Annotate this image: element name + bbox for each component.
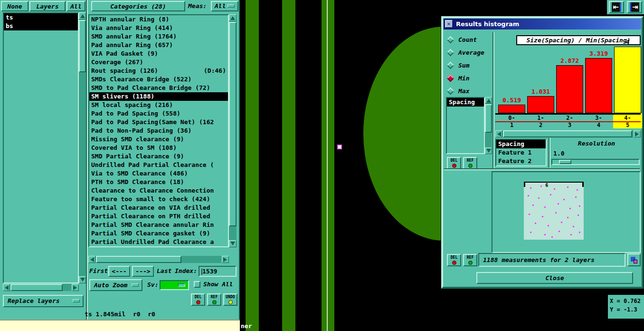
scroll-left-button[interactable] — [495, 130, 502, 137]
category-item[interactable]: SMD Partial Clearance (9) — [89, 152, 228, 161]
feature-item[interactable]: Feature 2 — [496, 157, 546, 166]
layer-item[interactable]: ts — [4, 13, 78, 22]
layers-horizontal-scrollbar[interactable] — [3, 284, 79, 291]
section-divider — [549, 138, 550, 167]
category-item[interactable]: Feature too small to check (424) — [89, 195, 228, 204]
scrollbar-thumb[interactable] — [79, 20, 86, 72]
category-item[interactable]: PTH to SMD Clearance (18) — [89, 178, 228, 186]
feature-item[interactable]: Spacing — [496, 140, 546, 148]
scroll-down-button[interactable] — [229, 240, 237, 247]
delete-button-label: DEL — [192, 295, 204, 299]
layers-vertical-scrollbar[interactable] — [79, 12, 86, 283]
layer-item[interactable]: bs — [4, 22, 78, 30]
category-item[interactable]: Partial Clearance on PTH drilled — [89, 212, 228, 221]
category-item[interactable]: Covered VIA to SM (108) — [89, 144, 228, 152]
overlay-options-button[interactable] — [627, 253, 641, 266]
category-item[interactable]: SMD to Pad Clearance Bridge (72) — [89, 84, 228, 92]
category-item[interactable]: Partial Clearance on VIA drilled — [89, 204, 228, 212]
histogram-bar — [527, 96, 554, 113]
measurement-dot — [577, 189, 578, 191]
prev-button[interactable]: <--- — [108, 266, 130, 277]
delete-button[interactable]: DEL — [191, 293, 205, 306]
results-histogram-window: ✕ Results histogram CountAverageSumMinMa… — [441, 16, 644, 289]
copper-track — [282, 0, 295, 331]
category-item[interactable]: Partial SMD Clearance gasket (9) — [89, 229, 228, 238]
section-divider — [444, 168, 640, 170]
feature-list[interactable]: SpacingFeature 1Feature 2 — [495, 139, 547, 166]
command-line[interactable]: ERF--> sliver = 4 6 8 — [0, 320, 240, 331]
index-value: 1539 — [202, 268, 217, 275]
scrollbar-thumb[interactable] — [503, 130, 632, 137]
scroll-up-button[interactable] — [79, 12, 86, 19]
dock-right-button[interactable]: ⇥ — [627, 1, 642, 13]
option-menu-dash-icon — [73, 299, 80, 302]
scrollbar-thumb[interactable] — [96, 256, 181, 263]
arrow-left-icon — [495, 132, 501, 136]
category-item[interactable]: Missing SMD clearance (9) — [89, 135, 228, 144]
categories-header-button[interactable]: Categories (28) — [91, 1, 185, 11]
category-item[interactable]: Pad to Pad Spacing(Same Net) (162 — [89, 118, 228, 127]
category-item[interactable]: Via annular Ring (414) — [89, 24, 228, 32]
measurement-dot — [535, 223, 536, 224]
reference-button[interactable]: REF — [207, 293, 221, 306]
chart-horizontal-scrollbar[interactable] — [495, 130, 641, 137]
scrollbar-thumb[interactable] — [10, 284, 63, 291]
category-item[interactable]: Partial Undrilled Pad Clearance a — [89, 238, 228, 246]
category-item[interactable]: Partial SMD Clearance annular Rin — [89, 221, 228, 229]
reference-button[interactable]: REF — [463, 254, 477, 266]
resolution-slider[interactable] — [551, 159, 640, 165]
replace-layers-select[interactable]: Replace layers — [3, 295, 84, 307]
category-item[interactable]: SM local spacing (216) — [89, 101, 228, 109]
scroll-right-button[interactable] — [222, 256, 229, 263]
category-item[interactable]: SM slivers (1188) — [89, 92, 228, 101]
category-item[interactable]: Rout spacing (126)(D:46) — [89, 67, 228, 75]
tab-all[interactable]: All — [66, 1, 85, 11]
category-item[interactable]: Pad to Pad Spacing (558) — [89, 109, 228, 118]
categories-horizontal-scrollbar[interactable] — [88, 256, 229, 263]
meas-select[interactable]: All — [211, 1, 238, 11]
scroll-left-button[interactable] — [3, 284, 10, 291]
index-input[interactable]: 1539 — [199, 266, 237, 277]
category-item[interactable]: Coverage (267) — [89, 58, 228, 67]
categories-list[interactable]: NPTH annular Ring (8)Via annular Ring (4… — [88, 14, 229, 247]
category-item[interactable]: Undrilled Pad Partial Clearance ( — [89, 161, 228, 169]
next-button[interactable]: ---> — [132, 266, 154, 277]
category-item[interactable]: VIA Pad Gasket (9) — [89, 49, 228, 58]
category-item[interactable]: Via to SMD Clearance (486) — [89, 169, 228, 178]
measurement-dot — [558, 203, 559, 204]
category-item[interactable]: NPTH annular Ring (8) — [89, 15, 228, 24]
first-label: First — [89, 267, 108, 274]
scroll-right-button[interactable] — [634, 130, 641, 137]
sv-color-select[interactable] — [160, 280, 189, 290]
scroll-right-button[interactable] — [72, 284, 79, 291]
measurement-dot — [544, 206, 546, 208]
category-item[interactable]: Pad annular Ring (657) — [89, 41, 228, 49]
category-item[interactable]: Pad to Non-Pad Spacing (36) — [89, 127, 228, 135]
sv-label: Sv: — [147, 281, 158, 288]
dock-left-icon: ⇤ — [612, 2, 621, 12]
categories-vertical-scrollbar[interactable] — [229, 14, 237, 247]
slider-thumb[interactable] — [559, 160, 571, 164]
scrollbar-thumb[interactable] — [229, 22, 237, 226]
scroll-up-button[interactable] — [229, 14, 237, 21]
category-item[interactable]: SMD annular Ring (1764) — [89, 32, 228, 41]
auto-zoom-select[interactable]: Auto Zoom — [89, 279, 142, 291]
category-item[interactable]: Clearance to Clearance Connection — [89, 186, 228, 195]
undo-button[interactable]: UNDO — [223, 293, 237, 306]
layers-list[interactable]: tsbs — [3, 12, 79, 283]
close-button[interactable]: Close — [476, 272, 633, 284]
scroll-left-button[interactable] — [88, 256, 95, 263]
feature-item[interactable]: Feature 1 — [496, 148, 546, 157]
tab-layers[interactable]: Layers — [29, 1, 66, 11]
measurement-dot — [540, 185, 542, 187]
delete-button[interactable]: DEL — [447, 254, 461, 266]
window-controls-strip: ⇤ ⇥ — [607, 0, 644, 14]
tab-none[interactable]: None — [1, 1, 28, 11]
dock-left-button[interactable]: ⇤ — [609, 1, 624, 13]
scroll-down-button[interactable] — [79, 276, 86, 283]
arrow-right-icon — [635, 132, 641, 136]
show-all-checkbox[interactable] — [194, 281, 200, 288]
category-item[interactable]: SMDs Clearance Bridge (522) — [89, 75, 228, 84]
resolution-label: Resolution — [553, 140, 640, 147]
arrow-left-icon — [2, 285, 9, 290]
